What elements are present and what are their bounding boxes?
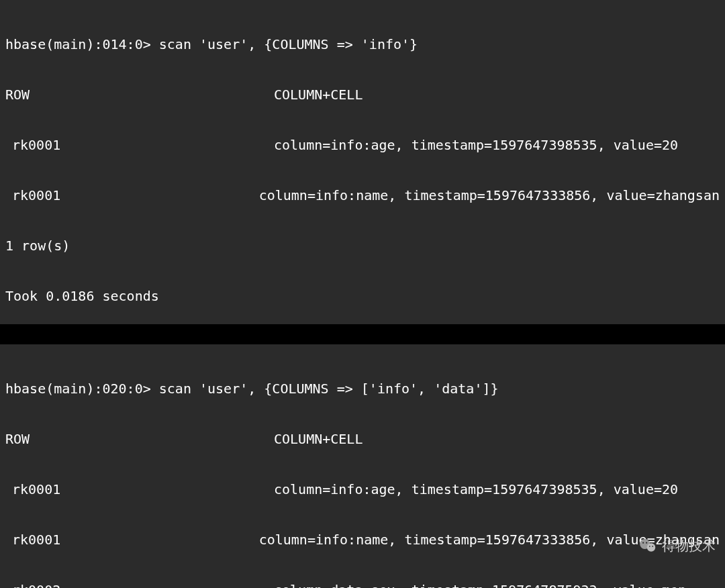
row-count: 1 row(s) — [5, 238, 720, 254]
header-cell-label: COLUMN+CELL — [274, 431, 362, 448]
svg-point-3 — [646, 542, 647, 544]
table-row: rk0001column=info:age, timestamp=1597647… — [5, 137, 720, 154]
row-key: rk0001 — [12, 532, 259, 548]
wechat-icon — [638, 536, 658, 556]
took-time: Took 0.0186 seconds — [5, 288, 720, 305]
table-row: rk0001column=info:name, timestamp=159764… — [5, 532, 720, 548]
header-row-label: ROW — [5, 431, 274, 448]
header-cell-label: COLUMN+CELL — [274, 87, 362, 103]
row-key: rk0001 — [12, 187, 259, 204]
row-key: rk0002 — [12, 582, 274, 588]
table-header-row: ROWCOLUMN+CELL — [5, 431, 720, 448]
terminal-output-block: hbase(main):014:0> scan 'user', {COLUMNS… — [0, 0, 725, 324]
table-header-row: ROWCOLUMN+CELL — [5, 87, 720, 103]
shell-prompt-line: hbase(main):020:0> scan 'user', {COLUMNS… — [5, 381, 720, 397]
table-row: rk0002column=data:sex, timestamp=1597647… — [5, 582, 720, 588]
row-cell: column=info:name, timestamp=159764733385… — [259, 187, 720, 204]
shell-prompt-line: hbase(main):014:0> scan 'user', {COLUMNS… — [5, 36, 720, 53]
row-cell: column=info:age, timestamp=1597647398535… — [274, 481, 678, 498]
table-row: rk0001column=info:name, timestamp=159764… — [5, 187, 720, 204]
row-cell: column=data:sex, timestamp=1597647875933… — [274, 582, 686, 588]
svg-point-2 — [642, 542, 644, 544]
row-cell: column=info:age, timestamp=1597647398535… — [274, 137, 678, 154]
table-row: rk0001column=info:age, timestamp=1597647… — [5, 481, 720, 498]
svg-point-5 — [652, 546, 653, 547]
header-row-label: ROW — [5, 87, 274, 103]
row-key: rk0001 — [12, 481, 274, 498]
watermark-text: 得物技术 — [662, 537, 716, 555]
svg-point-4 — [649, 546, 650, 547]
terminal-output-block: hbase(main):020:0> scan 'user', {COLUMNS… — [0, 344, 725, 588]
row-key: rk0001 — [12, 137, 274, 154]
svg-point-1 — [647, 543, 656, 552]
watermark: 得物技术 — [638, 536, 716, 556]
